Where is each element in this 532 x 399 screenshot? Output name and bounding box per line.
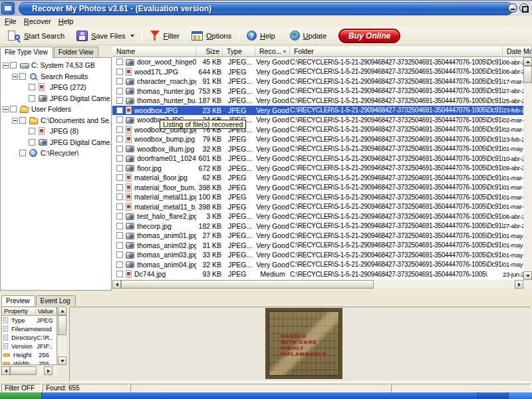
tree-item-c-recycler[interactable]: C:\Recycler\ xyxy=(1,148,111,159)
scroll-down-button[interactable] xyxy=(523,271,532,280)
property-row-height[interactable]: Height256 xyxy=(2,350,57,359)
tree-item-jpeg-8[interactable]: JPEG (8) xyxy=(1,126,111,137)
row-checkbox[interactable] xyxy=(116,97,123,104)
prop-hscroll-thumb[interactable] xyxy=(10,366,37,375)
maximize-button[interactable] xyxy=(519,3,529,13)
column-header-folder[interactable]: Folder xyxy=(290,47,503,57)
row-checkbox[interactable] xyxy=(116,107,123,114)
tab-file-type-view[interactable]: File Type View xyxy=(0,47,53,58)
taskbar-button[interactable] xyxy=(477,392,508,399)
file-row-material-metal11-jpg[interactable]: material_metal11.jpg100 KBJPEGVery GoodC… xyxy=(112,192,523,202)
tree-expander-icon[interactable] xyxy=(3,63,9,68)
file-row-doorframe01-1024[interactable]: doorframe01_1024...601 KBJPEG...Very Goo… xyxy=(112,154,523,164)
file-row-thomas-anim03-jpg[interactable]: thomas_anim03.jpg33 KBJPEG...Very GoodC:… xyxy=(112,250,523,260)
tree-checkbox[interactable] xyxy=(10,62,17,68)
row-checkbox[interactable] xyxy=(116,174,123,181)
tree-expander-icon[interactable] xyxy=(3,106,9,112)
row-checkbox[interactable] xyxy=(116,88,123,94)
row-checkbox[interactable] xyxy=(116,78,123,84)
hscroll-thumb[interactable] xyxy=(121,280,374,289)
tree-item-c-documents-and-se[interactable]: C:\Documents and Se... xyxy=(1,116,111,126)
tab-event-log[interactable]: Event Log xyxy=(36,295,76,306)
save-files-button[interactable]: Save Files xyxy=(72,29,138,43)
tree-checkbox[interactable] xyxy=(19,117,26,124)
file-row-woodbox-illum-jpg[interactable]: woodbox_illum.jpg32 KBJPEG...Very GoodC:… xyxy=(112,144,523,154)
column-header-reco[interactable]: Reco... xyxy=(255,47,290,57)
value-column-header[interactable]: Value xyxy=(36,307,57,316)
file-row-woodbox-jpg[interactable]: woodbox.JPG23 KBJPEGVery GoodC:\RECYCLER… xyxy=(112,106,523,116)
row-checkbox[interactable] xyxy=(116,242,123,249)
row-checkbox[interactable] xyxy=(116,59,123,65)
property-row-filename[interactable]: Filenamewood xyxy=(2,325,57,333)
prop-scroll-up-button[interactable] xyxy=(58,307,66,315)
vscroll-thumb[interactable] xyxy=(523,66,532,83)
property-row-width[interactable]: Width256 xyxy=(2,359,57,365)
row-checkbox[interactable] xyxy=(116,223,123,229)
prop-vscroll-thumb[interactable] xyxy=(58,315,66,335)
minimize-button[interactable] xyxy=(508,3,517,13)
file-row-character-roach-jpg[interactable]: character_roach.jpg91 KBJPEG...Very Good… xyxy=(112,76,523,86)
property-row-version[interactable]: VersionJFIF:. xyxy=(2,342,57,350)
file-row-wood17l-jpg[interactable]: wood17L.JPG644 KBJPEGVery GoodC:\RECYCLE… xyxy=(112,67,523,77)
tree-checkbox[interactable] xyxy=(29,95,35,102)
file-row-material-metal11-b[interactable]: material_metal11_b...398 KBJPEGVery Good… xyxy=(112,202,523,212)
file-row-thomas-anim04-jpg[interactable]: thomas_anim04.jpg32 KBJPEG...Very GoodC:… xyxy=(112,260,523,270)
column-header-type[interactable]: Type xyxy=(223,47,255,57)
tree-expander-icon[interactable] xyxy=(12,118,18,124)
tab-preview[interactable]: Preview xyxy=(1,295,35,306)
scroll-up-button[interactable] xyxy=(523,57,532,66)
scroll-right-button[interactable] xyxy=(515,280,523,289)
row-checkbox[interactable] xyxy=(116,136,123,142)
property-row-type[interactable]: TypeJPEG xyxy=(2,316,57,325)
row-checkbox[interactable] xyxy=(116,213,123,219)
row-checkbox[interactable] xyxy=(116,146,123,152)
file-row-woodbox-bump-jpg[interactable]: woodbox_bump.jpg79 KBJPEGVery GoodC:\REC… xyxy=(112,134,523,144)
column-header-name[interactable]: Name xyxy=(112,47,196,57)
tree-item-jpeg-digital-came[interactable]: JPEG Digital Came... xyxy=(1,138,111,148)
row-checkbox[interactable] xyxy=(116,271,123,277)
prop-scroll-right-button[interactable] xyxy=(44,366,53,375)
file-row-test-halo-flare2-jpg[interactable]: test_halo_flare2.jpg3 KBJPEG...Very Good… xyxy=(112,211,523,221)
property-row-directory[interactable]: DirectoryC:\R.. xyxy=(2,333,57,342)
tree-item-jpeg-272[interactable]: JPEG (272) xyxy=(1,82,111,93)
menu-item-file[interactable]: File xyxy=(2,17,21,26)
tree-checkbox[interactable] xyxy=(19,73,26,80)
row-checkbox[interactable] xyxy=(116,155,123,162)
file-row-thecorp-jpg[interactable]: thecorp.jpg182 KBJPEG...Very GoodC:\RECY… xyxy=(112,221,523,231)
app-icon[interactable] xyxy=(1,2,15,15)
tree-checkbox[interactable] xyxy=(29,84,35,90)
scroll-left-button[interactable] xyxy=(112,280,121,289)
start-search-button[interactable]: Start Search xyxy=(3,29,68,43)
list-vscrollbar[interactable] xyxy=(523,57,532,280)
row-checkbox[interactable] xyxy=(116,68,123,75)
buy-online-button[interactable]: Buy Online xyxy=(338,29,400,43)
row-checkbox[interactable] xyxy=(116,184,123,191)
tree-item-user-folders[interactable]: User Folders xyxy=(1,104,111,115)
file-row-thomas-anim01-jpg[interactable]: thomas_anim01.jpg27 KBJPEG...Very GoodC:… xyxy=(112,231,523,241)
row-checkbox[interactable] xyxy=(116,232,123,239)
file-row-floor-jpg[interactable]: floor.jpg672 KBJPEG...Very GoodC:\RECYCL… xyxy=(112,164,523,174)
tree-checkbox[interactable] xyxy=(29,139,35,146)
filter-button[interactable]: Filter xyxy=(146,29,184,43)
prop-scroll-left-button[interactable] xyxy=(1,366,10,375)
tree-item-c-system-74-53-gb[interactable]: C: System 74,53 GB xyxy=(1,61,111,71)
file-row-dc744-jpg[interactable]: Dc744.jpg93 KBJPEGMediumC:\RECYCLER\S-1-… xyxy=(112,269,523,279)
file-row-thomas-anim02-jpg[interactable]: thomas_anim02.jpg31 KBJPEG...Very GoodC:… xyxy=(112,241,523,251)
file-row-door-wood-hinge0[interactable]: door_wood_hinge0...45 KBJPEG...Very Good… xyxy=(112,57,523,67)
windows-taskbar[interactable] xyxy=(0,392,532,399)
column-header-size[interactable]: Size xyxy=(196,47,223,57)
preview-image[interactable]: HANDLEWITH CAREHIGHLYINFLAMMABLE xyxy=(265,308,342,379)
prop-scroll-down-button[interactable] xyxy=(58,356,66,365)
row-checkbox[interactable] xyxy=(116,261,123,268)
menu-item-help[interactable]: Help xyxy=(56,17,78,26)
row-checkbox[interactable] xyxy=(116,194,123,200)
tree-checkbox[interactable] xyxy=(19,150,26,156)
property-column-header[interactable]: Property xyxy=(2,307,36,316)
file-row-thomas-hunter-bu[interactable]: thomas_hunter_bu...187 KBJPEG...Very Goo… xyxy=(112,96,523,106)
help-button[interactable]: Help xyxy=(243,29,279,42)
menu-item-recover[interactable]: Recover xyxy=(21,17,56,26)
row-checkbox[interactable] xyxy=(116,203,123,210)
start-button[interactable] xyxy=(0,392,42,399)
file-row-material-floor-bum[interactable]: material_floor_bum...398 KBJPEGVery Good… xyxy=(112,183,523,193)
tree-checkbox[interactable] xyxy=(29,128,35,134)
